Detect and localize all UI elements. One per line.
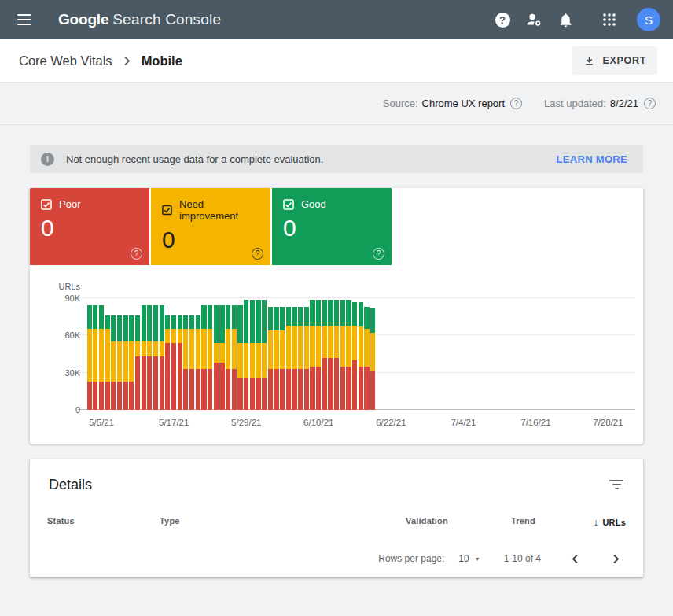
chart-bar[interactable] <box>105 298 110 410</box>
next-page-button[interactable] <box>609 551 623 566</box>
checkbox-checked-icon[interactable] <box>162 205 172 216</box>
chart-bar-segment-poor <box>304 369 309 410</box>
checkbox-checked-icon[interactable] <box>41 199 52 210</box>
tile-help-icon[interactable]: ? <box>252 248 263 260</box>
chart-bar[interactable] <box>334 298 339 410</box>
avatar[interactable]: S <box>637 8 660 31</box>
chart-bar[interactable] <box>147 298 152 410</box>
chart-bar[interactable] <box>359 298 363 410</box>
account-settings-icon[interactable] <box>520 6 547 33</box>
chart-bar[interactable] <box>135 298 140 410</box>
chart-bar[interactable] <box>292 298 296 410</box>
chart-bar[interactable] <box>117 298 122 410</box>
export-button[interactable]: EXPORT <box>572 46 657 75</box>
status-tile[interactable]: Need improvement 0 ? <box>151 188 270 265</box>
chart-bar-segment-good <box>268 307 273 330</box>
rows-per-page-select[interactable]: 10 ▼ <box>458 553 480 564</box>
chart-bar[interactable] <box>304 298 309 410</box>
help-icon[interactable]: ? <box>489 6 516 33</box>
learn-more-link[interactable]: LEARN MORE <box>550 153 634 165</box>
chart-bar-segment-poor <box>160 356 164 410</box>
chart-bar[interactable] <box>93 298 97 410</box>
breadcrumb-section[interactable]: Core Web Vitals <box>19 53 112 68</box>
column-header-validation[interactable]: Validation <box>406 516 448 526</box>
chart-bar[interactable] <box>364 298 369 410</box>
chart-bar[interactable] <box>214 298 219 410</box>
chart-bar-segment-need-improvement <box>142 341 146 356</box>
chart-bar[interactable] <box>171 298 176 410</box>
column-header-trend[interactable]: Trend <box>511 516 535 526</box>
chart-bar[interactable] <box>340 298 345 410</box>
chart-bar-segment-good <box>189 315 194 329</box>
chart-bar[interactable] <box>346 298 351 410</box>
chart-bar[interactable] <box>352 298 357 410</box>
status-tile[interactable]: Poor 0 ? <box>30 188 149 265</box>
updated-help-icon[interactable]: ? <box>644 98 656 109</box>
chart-bar[interactable] <box>237 298 242 410</box>
chart-bar-segment-good <box>328 300 333 326</box>
chart-bar[interactable] <box>322 298 327 410</box>
tile-help-icon[interactable]: ? <box>373 248 384 260</box>
chart-bar[interactable] <box>250 298 255 410</box>
chart-bar[interactable] <box>310 298 314 410</box>
chart-y-tick-label: 90K <box>46 293 80 303</box>
menu-icon[interactable] <box>13 6 41 34</box>
chart-bar[interactable] <box>183 298 188 410</box>
chart-bar-segment-need-improvement <box>298 326 303 369</box>
chart-bar[interactable] <box>123 298 128 410</box>
apps-grid-icon[interactable] <box>596 6 623 33</box>
sort-descending-icon: ↓ <box>594 516 599 528</box>
chart-bar[interactable] <box>129 298 134 410</box>
status-tile[interactable]: Good 0 ? <box>272 188 392 265</box>
chart-bar[interactable] <box>268 298 273 410</box>
chart-bar[interactable] <box>165 298 170 410</box>
chart-bar[interactable] <box>178 298 182 410</box>
chart-bar-segment-poor <box>370 371 375 410</box>
chart-bar[interactable] <box>370 298 375 410</box>
chart-bar[interactable] <box>262 298 267 410</box>
column-header-type[interactable]: Type <box>160 516 180 526</box>
app-logo: GoogleSearch Console <box>58 11 221 28</box>
chart-bar[interactable] <box>274 298 278 410</box>
chart-bar[interactable] <box>196 298 200 410</box>
chart-bar[interactable] <box>256 298 260 410</box>
chart-bar-segment-poor <box>286 369 291 410</box>
column-header-status[interactable]: Status <box>47 516 75 526</box>
chart-bar[interactable] <box>153 298 158 410</box>
chart-bar[interactable] <box>226 298 230 410</box>
chart-bar[interactable] <box>286 298 291 410</box>
chart-bar[interactable] <box>160 298 164 410</box>
chart-bar[interactable] <box>316 298 321 410</box>
chart-bar[interactable] <box>298 298 303 410</box>
chart-bar-segment-good <box>208 305 212 329</box>
chart-bar[interactable] <box>208 298 212 410</box>
chart-bar[interactable] <box>280 298 285 410</box>
tile-help-icon[interactable]: ? <box>131 248 142 260</box>
previous-page-button[interactable] <box>568 551 582 566</box>
chart-bar[interactable] <box>201 298 206 410</box>
chart-bar[interactable] <box>232 298 237 410</box>
chart-bar[interactable] <box>219 298 224 410</box>
chart-plot[interactable] <box>86 298 635 410</box>
notifications-icon[interactable] <box>552 6 579 33</box>
chart-bar-segment-poor <box>123 382 128 410</box>
chart-bar[interactable] <box>244 298 248 410</box>
chart-bar[interactable] <box>189 298 194 410</box>
chart-bar-segment-need-improvement <box>160 341 164 356</box>
source-help-icon[interactable]: ? <box>510 98 522 109</box>
chart-bar-segment-good <box>135 315 140 341</box>
chart-bar-segment-need-improvement <box>280 330 285 369</box>
chart-bar[interactable] <box>328 298 333 410</box>
column-header-urls[interactable]: ↓ URLs <box>594 516 626 528</box>
chart-bar[interactable] <box>99 298 104 410</box>
chart-bar[interactable] <box>142 298 146 410</box>
filter-icon[interactable] <box>609 480 624 489</box>
source-label: Source: <box>383 98 418 109</box>
chart-bar[interactable] <box>87 298 92 410</box>
checkbox-checked-icon[interactable] <box>283 199 294 210</box>
chart-y-tick-label: 30K <box>46 368 80 378</box>
chart-bar-segment-poor <box>250 378 255 410</box>
chart-y-tick-label: 60K <box>46 330 80 340</box>
chart-bar-segment-need-improvement <box>87 329 92 381</box>
chart-bar[interactable] <box>111 298 116 410</box>
